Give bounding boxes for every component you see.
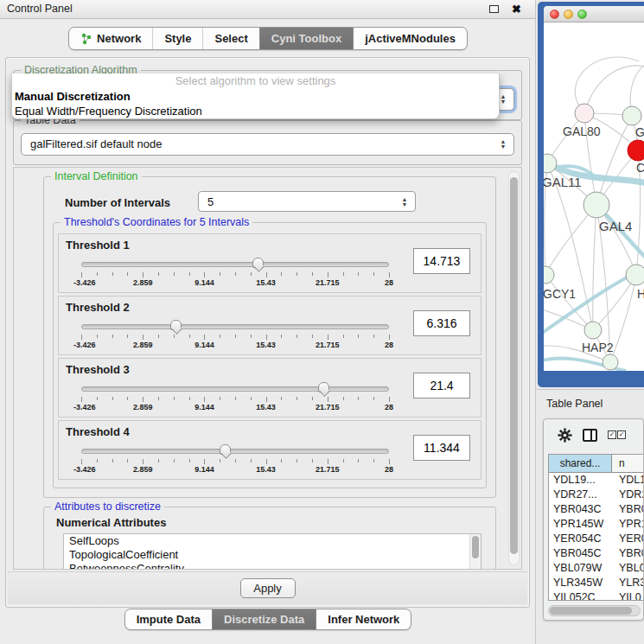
dropdown-option-manual[interactable]: Manual Discretization (12, 89, 499, 104)
settings-scrollbar[interactable] (508, 171, 520, 565)
node-gal80[interactable] (575, 104, 594, 123)
tab-network[interactable]: Network (69, 28, 152, 49)
thresholds-group-title: Threshold's Coordinates for 5 Intervals (61, 216, 252, 229)
threshold-slider: -3.4262.8599.14415.4321.71528 (81, 445, 389, 478)
tick-label: 28 (385, 403, 393, 411)
select-all-columns-icon[interactable]: ✓✓ (608, 430, 626, 439)
threshold-label: Threshold 3 (66, 363, 130, 376)
node-top-right[interactable] (622, 106, 641, 125)
cell-name: YDR2 (612, 488, 643, 502)
cell-shared-name: YBL079W (549, 561, 612, 576)
threshold-value-field[interactable]: 6.316 (413, 310, 470, 336)
table-row[interactable]: YBR045C YBR0 (549, 546, 643, 561)
threshold-slider: -3.4262.8599.14415.4321.71528 (81, 383, 389, 416)
cyni-bottom-tabs: Impute DataDiscretize DataInfer Network (0, 609, 536, 630)
tab-select[interactable]: Select (202, 28, 258, 49)
tab-style[interactable]: Style (152, 28, 202, 49)
table-row[interactable]: YBR043C YBR0 (549, 502, 643, 517)
attribute-list-item[interactable]: SelfLoops (64, 534, 481, 548)
threshold-value-field[interactable]: 11.344 (413, 435, 470, 461)
threshold-list: Threshold 1 -3.4262.8599.14415.4321.7152… (58, 233, 481, 484)
threshold-panel: Threshold 3 -3.4262.8599.14415.4321.7152… (58, 358, 481, 418)
slider-track[interactable] (81, 324, 389, 329)
tab-cyni-toolbox[interactable]: Cyni Toolbox (259, 28, 353, 49)
node-gal4[interactable] (583, 192, 609, 218)
slider-track[interactable] (81, 386, 389, 392)
column-header-shared-name[interactable]: shared... (549, 455, 612, 472)
attributes-group-title: Attributes to discretize (51, 501, 164, 513)
threshold-label: Threshold 2 (66, 301, 130, 314)
table-row[interactable]: YDL19... YDL1 (549, 473, 643, 488)
combo-stepper-icon[interactable]: ▲▼ (399, 194, 410, 210)
node-hap2[interactable] (584, 322, 602, 339)
tick-label: 15.43 (256, 278, 276, 287)
slider-tick-labels: -3.4262.8599.14415.4321.71528 (81, 465, 389, 475)
threshold-slider: -3.4262.8599.14415.4321.71528 (81, 258, 389, 291)
slider-thumb-icon[interactable] (170, 320, 182, 330)
network-canvas[interactable]: GAL80 G C GAL11 GAL4 GCY1 H HAP2 (544, 22, 644, 371)
tab-impute-data[interactable]: Impute Data (125, 609, 212, 629)
slider-track[interactable] (81, 262, 389, 267)
cell-shared-name: YER054C (549, 532, 612, 546)
table-row[interactable]: YER054C YER0 (549, 532, 643, 546)
number-of-intervals-value: 5 (207, 192, 214, 213)
dropdown-option-equal-width[interactable]: Equal Width/Frequency Discretization (12, 104, 499, 118)
node-label-gal80: GAL80 (563, 124, 601, 138)
zoom-traffic-light-icon[interactable] (577, 10, 587, 19)
slider-thumb-icon[interactable] (220, 444, 231, 455)
slider-ticks (81, 335, 389, 340)
numerical-attributes-list[interactable]: SelfLoopsTopologicalCoefficientBetweenne… (63, 533, 481, 570)
node-highlighted-red[interactable] (628, 140, 644, 161)
threshold-value-field[interactable]: 21.4 (413, 373, 470, 399)
slider-thumb-icon[interactable] (318, 382, 329, 392)
tick-label: 21.715 (316, 465, 340, 474)
tab-label: Select (214, 32, 247, 45)
attributes-scrollbar[interactable] (469, 534, 481, 570)
node-bottom[interactable] (603, 354, 618, 370)
close-icon[interactable]: ✖ (512, 1, 521, 18)
number-of-intervals-select[interactable]: 5 ▲▼ (198, 191, 416, 212)
table-row[interactable]: YBL079W YBL0 (549, 561, 643, 576)
table-row[interactable]: YDR27... YDR2 (549, 488, 643, 502)
table-row[interactable]: YPR145W YPR1 (549, 517, 643, 532)
cell-shared-name: YBR045C (549, 546, 612, 561)
gear-icon[interactable] (558, 428, 572, 443)
attributes-group: Attributes to discretize Numerical Attri… (43, 507, 496, 570)
threshold-panel: Threshold 2 -3.4262.8599.14415.4321.7152… (58, 296, 481, 355)
apply-button[interactable]: Apply (240, 578, 296, 598)
cell-name: YER0 (612, 532, 643, 546)
slider-track[interactable] (81, 449, 389, 454)
table-panel-window: ✓✓ shared... n YDL19... YDL1 YDR27... YD… (543, 418, 644, 621)
slider-thumb-icon[interactable] (252, 258, 264, 268)
combo-stepper-icon[interactable]: ▲▼ (498, 137, 508, 152)
tick-label: 9.144 (194, 341, 214, 349)
minimize-traffic-light-icon[interactable] (564, 10, 573, 19)
node-label-gcy1: GCY1 (544, 287, 576, 301)
column-settings-icon[interactable] (583, 429, 597, 442)
table-data-select[interactable]: galFiltered.sif default node ▲▼ (21, 133, 514, 156)
attribute-list-item[interactable]: BetweennessCentrality (64, 562, 481, 570)
dropdown-placeholder-option[interactable]: Select algorithm to view settings (12, 73, 499, 89)
algorithm-dropdown-popup: Select algorithm to view settings Manual… (11, 73, 500, 119)
close-traffic-light-icon[interactable] (550, 10, 559, 19)
table-row[interactable]: YIL052C YIL0 (549, 590, 643, 601)
table-row[interactable]: YLR345W YLR3 (549, 576, 643, 590)
numerical-attributes-label: Numerical Attributes (56, 516, 166, 529)
table-data-group: Table Data galFiltered.sif default node … (13, 120, 522, 165)
cell-name: YBR0 (612, 502, 643, 517)
node-gcy1[interactable] (544, 266, 554, 284)
tick-label: -3.426 (73, 278, 96, 287)
float-window-icon[interactable] (489, 5, 499, 13)
table-horizontal-scrollbar[interactable] (548, 605, 641, 616)
node-label-hap2: HAP2 (582, 341, 614, 354)
tab-jactivemnodules[interactable]: jActiveMNodules (353, 28, 467, 49)
segmented-control: Impute DataDiscretize DataInfer Network (124, 609, 412, 630)
column-header-name[interactable]: n (612, 455, 643, 472)
node-h[interactable] (626, 265, 644, 285)
attribute-list-item[interactable]: TopologicalCoefficient (64, 548, 481, 562)
tab-discretize-data[interactable]: Discretize Data (212, 609, 316, 629)
table-data-value: galFiltered.sif default node (30, 134, 162, 155)
tab-infer-network[interactable]: Infer Network (316, 609, 411, 629)
tick-label: 9.144 (194, 403, 214, 411)
threshold-value-field[interactable]: 14.713 (413, 248, 470, 274)
